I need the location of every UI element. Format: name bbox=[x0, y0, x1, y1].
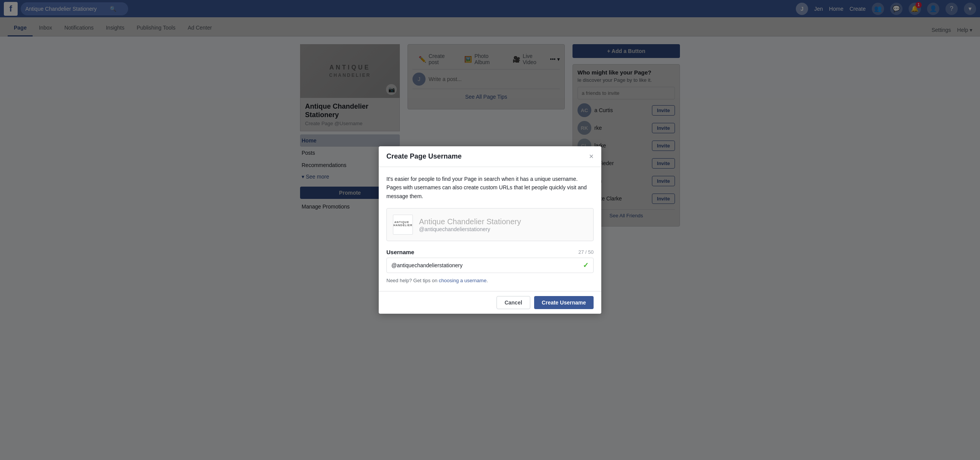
modal-body: It's easier for people to find your Page… bbox=[379, 167, 601, 234]
username-preview: ANTIQUE CHANDELIER Antique Chandelier St… bbox=[386, 208, 594, 234]
preview-name: Antique Chandelier Stationery bbox=[419, 217, 521, 226]
preview-logo: ANTIQUE CHANDELIER bbox=[393, 215, 413, 234]
preview-handle: @antiquechandelierstationery bbox=[419, 226, 521, 232]
modal-overlay[interactable]: Create Page Username × It's easier for p… bbox=[0, 0, 980, 234]
modal-description: It's easier for people to find your Page… bbox=[386, 175, 594, 200]
modal-title: Create Page Username bbox=[386, 152, 462, 161]
preview-info: Antique Chandelier Stationery @antiquech… bbox=[419, 217, 521, 232]
create-username-modal: Create Page Username × It's easier for p… bbox=[379, 146, 601, 234]
close-button[interactable]: × bbox=[589, 152, 594, 160]
modal-header: Create Page Username × bbox=[379, 146, 601, 167]
